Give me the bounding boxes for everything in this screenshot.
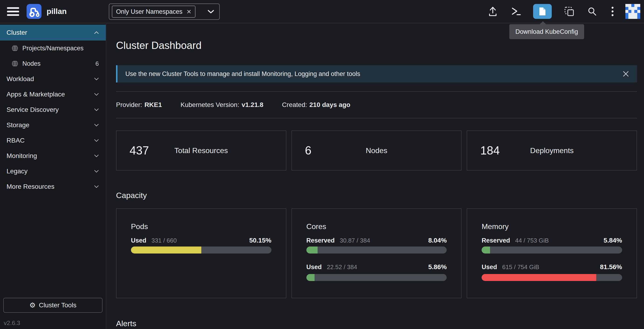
capacity-card-title: Cores <box>306 222 447 231</box>
chevron-down-icon <box>94 170 99 173</box>
namespace-filter-dropdown[interactable]: Only User Namespaces <box>109 4 220 20</box>
sidebar-nav: ClusterProjects/NamespacesNodes6Workload… <box>0 24 106 329</box>
cluster-name: pillan <box>46 7 67 16</box>
chevron-down-icon <box>94 108 99 111</box>
progress-bar-track <box>306 246 447 254</box>
capacity-row-used: Used615 / 754 GiB81.56% <box>482 263 622 271</box>
stat-card-value: 184 <box>480 144 500 157</box>
capacity-row-percent: 8.04% <box>428 237 447 244</box>
progress-bar-track <box>482 246 622 254</box>
download-kubeconfig-tooltip: Download KubeConfig <box>509 24 584 39</box>
stat-card-deployments: Deployments184 <box>467 130 637 170</box>
cluster-tools-button[interactable]: ⚙Cluster Tools <box>3 298 102 313</box>
stats-row: Total Resources437Nodes6Deployments184 <box>116 130 637 170</box>
capacity-card-cores: CoresReserved30.87 / 3848.04%Used22.52 /… <box>292 208 462 298</box>
sidebar-item-nodes[interactable]: Nodes6 <box>0 56 106 71</box>
capacity-card-memory: MemoryReserved44 / 753 GiB5.84%Used615 /… <box>467 208 637 298</box>
sidebar-group-apps-marketplace[interactable]: Apps & Marketplace <box>0 87 106 102</box>
rancher-logo-icon[interactable] <box>26 4 42 19</box>
sidebar-group-workload[interactable]: Workload <box>0 71 106 87</box>
capacity-row-percent: 5.86% <box>428 263 447 271</box>
topbar-actions <box>475 4 640 19</box>
sidebar-item-projects-namespaces[interactable]: Projects/Namespaces <box>0 40 106 56</box>
cluster-tools-label: Cluster Tools <box>39 302 76 309</box>
capacity-row-reserved: Reserved44 / 753 GiB5.84% <box>482 237 622 244</box>
cluster-meta-item: Provider:RKE1 <box>116 101 162 108</box>
sidebar-group-cluster[interactable]: Cluster <box>0 25 106 40</box>
sidebar-group-service-discovery[interactable]: Service Discovery <box>0 102 106 118</box>
namespace-filter-tag: Only User Namespaces <box>112 6 196 18</box>
stat-card-total-resources: Total Resources437 <box>116 130 286 170</box>
remove-tag-icon[interactable] <box>187 9 191 14</box>
capacity-row-used: Used331 / 66050.15% <box>131 237 272 244</box>
version-label: v2.6.3 <box>4 320 20 327</box>
divider <box>116 118 637 118</box>
progress-bar-fill <box>482 274 596 281</box>
chevron-down-icon <box>94 78 99 80</box>
meta-label: Kubernetes Version: <box>180 101 239 108</box>
globe-icon <box>11 44 19 52</box>
capacity-row-label: Reserved <box>482 237 510 244</box>
capacity-card-title: Memory <box>482 222 622 231</box>
stat-card-nodes: Nodes6 <box>292 130 462 170</box>
cluster-meta-row: Provider:RKE1Kubernetes Version:v1.21.8C… <box>116 92 637 118</box>
capacity-row-label: Used <box>482 264 497 271</box>
tooltip-text: Download KubeConfig <box>516 28 578 36</box>
meta-value: RKE1 <box>144 101 162 108</box>
meta-value: v1.21.8 <box>242 101 263 108</box>
sidebar-group-label: Monitoring <box>6 152 37 160</box>
sidebar-group-label: Service Discovery <box>6 106 59 114</box>
sidebar-group-label: More Resources <box>6 183 54 190</box>
capacity-heading: Capacity <box>116 190 637 200</box>
meta-label: Provider: <box>116 101 142 108</box>
sidebar-item-label: Projects/Namespaces <box>22 45 84 52</box>
upload-icon[interactable] <box>488 4 498 19</box>
capacity-row-percent: 81.56% <box>600 263 622 271</box>
banner-close-icon[interactable] <box>622 70 629 77</box>
alerts-heading: Alerts <box>116 318 637 328</box>
kebab-menu-icon[interactable] <box>610 4 616 19</box>
capacity-row-used: Used22.52 / 3845.86% <box>306 263 447 271</box>
top-bar: pillan Only User Namespaces <box>0 0 644 23</box>
sidebar-group-storage[interactable]: Storage <box>0 118 106 133</box>
sidebar-group-rbac[interactable]: RBAC <box>0 133 106 148</box>
chevron-down-icon <box>94 185 99 188</box>
chevron-down-icon <box>94 154 99 157</box>
namespace-filter-tag-label: Only User Namespaces <box>116 8 182 16</box>
copy-resource-icon[interactable] <box>564 4 574 19</box>
hamburger-menu-icon[interactable] <box>7 5 19 18</box>
progress-bar-fill <box>482 246 490 254</box>
sidebar-group-label: Cluster <box>6 29 27 36</box>
progress-bar-track <box>131 246 272 254</box>
sidebar-group-label: Storage <box>6 122 29 129</box>
capacity-card-pods: PodsUsed331 / 66050.15% <box>116 208 286 298</box>
sidebar-group-label: Workload <box>6 75 34 83</box>
chevron-up-icon <box>94 31 99 34</box>
user-avatar[interactable] <box>625 4 640 19</box>
search-icon[interactable] <box>587 4 598 19</box>
capacity-row-percent: 5.84% <box>604 237 622 244</box>
capacity-row-fraction: 30.87 / 384 <box>340 237 370 244</box>
capacity-row-fraction: 615 / 754 GiB <box>502 264 539 271</box>
banner-text: Use the new Cluster Tools to manage and … <box>125 70 360 78</box>
download-kubeconfig-icon-button[interactable] <box>533 4 552 19</box>
globe-icon <box>11 60 19 67</box>
capacity-row-label: Used <box>131 237 146 244</box>
gear-icon: ⚙ <box>29 302 36 309</box>
capacity-row-label: Used <box>306 264 322 271</box>
page-title: Cluster Dashboard <box>116 39 637 52</box>
sidebar-group-monitoring[interactable]: Monitoring <box>0 148 106 164</box>
chevron-down-icon <box>94 139 99 142</box>
sidebar-group-more-resources[interactable]: More Resources <box>0 179 106 194</box>
chevron-down-icon <box>208 10 214 14</box>
cluster-meta-item: Kubernetes Version:v1.21.8 <box>180 101 264 108</box>
sidebar-group-label: Apps & Marketplace <box>6 91 65 98</box>
capacity-row-fraction: 331 / 660 <box>152 237 176 244</box>
chevron-down-icon <box>94 124 99 126</box>
kubectl-shell-icon[interactable] <box>510 4 521 19</box>
capacity-row-percent: 50.15% <box>249 237 272 244</box>
capacity-grid: PodsUsed331 / 66050.15%CoresReserved30.8… <box>116 208 637 298</box>
sidebar-group-legacy[interactable]: Legacy <box>0 164 106 179</box>
main-content: Cluster Dashboard Use the new Cluster To… <box>107 24 644 329</box>
chevron-down-icon <box>94 93 99 96</box>
